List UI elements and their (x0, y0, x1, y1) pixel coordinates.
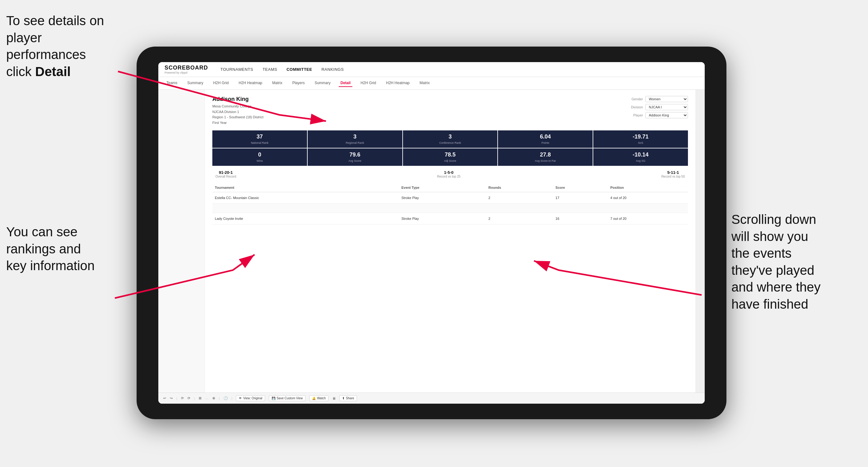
player-division: NJCAA Division 1 (212, 109, 263, 115)
share-btn[interactable]: ⬆ Share (339, 395, 357, 401)
stat-points-value: 6.04 (500, 133, 590, 140)
record-top25: 1-5-0 Record vs top 25 (437, 170, 461, 178)
stat-national-rank-value: 37 (215, 133, 305, 140)
division-row: Division NJCAA I NJCAA II (626, 104, 688, 110)
record-top50: 5-11-1 Record vs top 50 (661, 170, 685, 178)
annotation-right-line4: they've played (732, 263, 814, 278)
annotation-right-line1: Scrolling down (732, 212, 816, 227)
eye-icon: 👁 (239, 397, 242, 400)
annotation-right: Scrolling down will show you the events … (732, 211, 862, 313)
nav-rankings[interactable]: RANKINGS (321, 66, 344, 73)
view-original-btn[interactable]: 👁 View: Original (236, 395, 265, 401)
toolbar-sep-4: | (219, 397, 220, 400)
cell-tournament-3: Lady Coyote Invite (212, 213, 399, 224)
nav-tournaments[interactable]: TOURNAMENTS (220, 66, 253, 73)
watch-label: Watch (317, 397, 326, 400)
record-top25-value: 1-5-0 (437, 170, 461, 175)
annotation-topleft: To see details on player performances cl… (6, 12, 124, 80)
subnav-teams[interactable]: Teams (164, 80, 179, 87)
toolbar-icon-screen: 🖥 (332, 397, 336, 400)
stat-avg-sg-label: Avg SG (596, 159, 685, 163)
save-custom-label: Save Custom View (277, 397, 303, 400)
nav-committee[interactable]: COMMITTEE (286, 66, 312, 73)
annotation-right-line6: have finished (732, 297, 808, 311)
cell-empty (212, 204, 688, 213)
subnav-detail[interactable]: Detail (339, 80, 353, 87)
toolbar-sep-1: | (176, 397, 177, 400)
stat-sos: -19.71 SoS (593, 130, 688, 148)
nav-teams[interactable]: TEAMS (262, 66, 277, 73)
division-select[interactable]: NJCAA I NJCAA II (645, 104, 688, 110)
toolbar-undo[interactable]: ↩ (163, 396, 166, 400)
stat-adj-score-label: Adj Score (405, 159, 495, 163)
table-row: Lady Coyote Invite Stroke Play 2 16 7 ou… (212, 213, 688, 224)
toolbar-redo[interactable]: ↪ (170, 396, 173, 400)
cell-score-1: 17 (553, 192, 608, 204)
player-header: Addison King Mesa Community College NJCA… (212, 96, 688, 125)
player-name: Addison King (212, 96, 263, 102)
subnav-summary[interactable]: Summary (185, 80, 205, 87)
player-year: First Year (212, 120, 263, 126)
stat-wins-value: 0 (215, 152, 305, 158)
subnav-h2h-grid[interactable]: H2H Grid (211, 80, 231, 87)
subnav-h2h-heatmap2[interactable]: H2H Heatmap (384, 80, 411, 87)
events-table: Tournament Event Type Rounds Score Posit… (212, 183, 688, 224)
logo-area: SCOREBOARD Powered by clippd (164, 65, 208, 74)
subnav-matrix[interactable]: Matrix (270, 80, 284, 87)
watch-btn[interactable]: 🔔 Watch (309, 395, 329, 401)
stat-adj-score: 78.5 Adj Score (403, 148, 498, 166)
subnav-matrix2[interactable]: Matrix (418, 80, 432, 87)
gender-label: Gender (626, 97, 643, 101)
col-rounds: Rounds (486, 183, 553, 192)
toolbar-sep-3: — (205, 397, 209, 400)
stat-adj-score-value: 78.5 (405, 152, 495, 158)
toolbar-icon-2: ⟳ (187, 396, 190, 400)
player-select[interactable]: Addison King (645, 112, 688, 118)
gender-select[interactable]: Women Men (645, 96, 688, 102)
subnav-players[interactable]: Players (290, 80, 306, 87)
annotation-bottomleft-line1: You can see (6, 224, 78, 239)
record-overall: 91-20-1 Overall Record (215, 170, 236, 178)
table-row (212, 204, 688, 213)
player-label: Player (626, 113, 643, 117)
main-content: Addison King Mesa Community College NJCA… (205, 90, 695, 393)
toolbar-sep-5: | (231, 397, 232, 400)
player-region: Region 1 - Southwest (18) District (212, 115, 263, 120)
cell-rounds-3: 2 (486, 213, 553, 224)
player-row: Player Addison King (626, 112, 688, 118)
toolbar: ↩ ↪ | ⟳ ⟳ | ⊞ — ⊕ | 🕐 | 👁 View: Original… (158, 393, 705, 404)
subnav-summary2[interactable]: Summary (313, 80, 332, 87)
division-label: Division (626, 105, 643, 109)
stat-sos-label: SoS (596, 141, 685, 145)
stat-regional-rank: 3 Regional Rank (308, 130, 402, 148)
watch-icon: 🔔 (312, 397, 316, 400)
stat-sos-value: -19.71 (596, 133, 685, 140)
save-custom-btn[interactable]: 💾 Save Custom View (269, 395, 306, 401)
record-top50-value: 5-11-1 (661, 170, 685, 175)
cell-event-type-3: Stroke Play (399, 213, 486, 224)
subnav-h2h-grid2[interactable]: H2H Grid (359, 80, 378, 87)
cell-score-3: 16 (553, 213, 608, 224)
stat-wins-label: Wins (215, 159, 305, 163)
annotation-bottomleft-line2: rankings and (6, 242, 81, 256)
annotation-right-line3: the events (732, 246, 792, 260)
save-icon: 💾 (272, 397, 275, 400)
stat-conference-rank: 3 Conference Rank (403, 130, 498, 148)
subnav-h2h-heatmap[interactable]: H2H Heatmap (237, 80, 264, 87)
cell-rounds-1: 2 (486, 192, 553, 204)
stat-avg-sg: -10.14 Avg SG (593, 148, 688, 166)
player-school: Mesa Community College (212, 104, 263, 109)
stat-regional-rank-value: 3 (310, 133, 400, 140)
annotation-bottomleft-line3: key information (6, 258, 95, 273)
record-overall-label: Overall Record (215, 175, 236, 178)
sub-nav: Teams Summary H2H Grid H2H Heatmap Matri… (158, 77, 705, 90)
col-tournament: Tournament (212, 183, 399, 192)
view-original-label: View: Original (243, 397, 262, 400)
annotation-bottomleft: You can see rankings and key information (6, 224, 124, 275)
stat-avg-score-par-label: Avg Score to Par (500, 159, 590, 163)
stat-wins: 0 Wins (212, 148, 307, 166)
tablet-device: SCOREBOARD Powered by clippd TOURNAMENTS… (136, 46, 726, 419)
stat-avg-score-par-value: 27.8 (500, 152, 590, 158)
right-sidebar (695, 90, 705, 393)
stat-avg-score-value: 79.6 (310, 152, 400, 158)
